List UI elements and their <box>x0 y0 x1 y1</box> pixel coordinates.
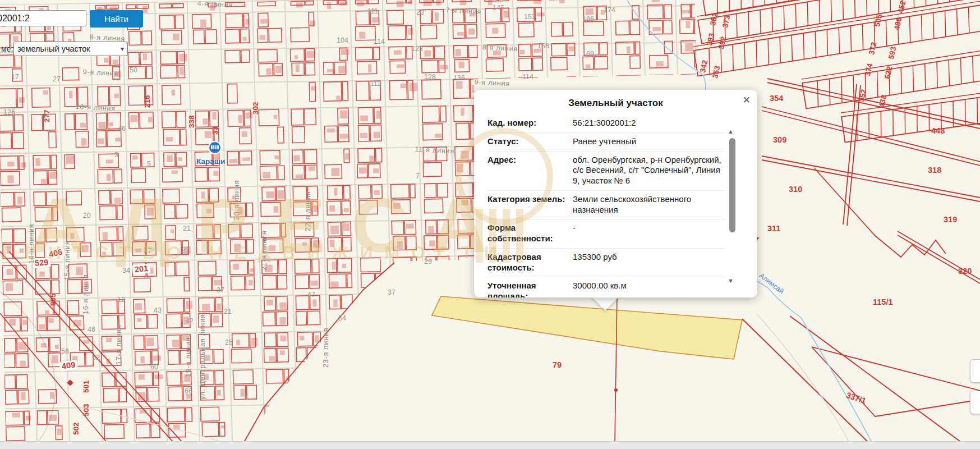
popup-row-value: 56:21:3002001:2 <box>573 118 726 129</box>
popup-row: Кадастровая стоимость:135300 руб <box>487 249 726 278</box>
popup-row: Кад. номер:56:21:3002001:2 <box>487 114 726 133</box>
page-scrollbar <box>0 441 980 449</box>
popup-row-value: обл. Оренбургская, р-н Оренбургский, с/с… <box>573 155 726 186</box>
parcel-info-popup: Земельный участок ✕ Кад. номер:56:21:300… <box>474 90 757 297</box>
popup-row: Категория земель:Земли сельскохозяйствен… <box>487 191 726 220</box>
search-input[interactable] <box>0 10 86 26</box>
chevron-down-icon: ▾ <box>121 45 124 53</box>
scroll-down-icon[interactable]: ▼ <box>728 277 734 284</box>
popup-row-label: Кад. номер: <box>487 118 570 129</box>
popup-row-label: Адрес: <box>487 155 570 186</box>
popup-row-label: Уточненная площадь: <box>487 281 570 297</box>
layer-select[interactable]: земельный участок ▾ <box>13 42 128 56</box>
popup-row: Форма собственности:- <box>487 219 726 249</box>
popup-row-value: - <box>573 223 726 244</box>
popup-row-value: Земли сельскохозяйственного назначения <box>573 194 726 216</box>
close-icon[interactable]: ✕ <box>743 95 751 105</box>
popup-row: Уточненная площадь:30000.00 кв.м <box>487 277 726 297</box>
popup-row: Статус:Ранее учтенный <box>487 133 726 152</box>
popup-title: Земельный участок <box>474 98 757 109</box>
popup-row-value: Ранее учтенный <box>573 136 726 147</box>
cadastral-map-page: 1112314615318617410411412315816912813611… <box>0 0 980 449</box>
scroll-up-icon[interactable]: ▲ <box>728 128 734 135</box>
popup-row-label: Статус: <box>487 136 570 147</box>
map-control-button[interactable] <box>970 391 980 414</box>
popup-row-value: 135300 руб <box>573 252 726 273</box>
popup-rows: Кад. номер:56:21:3002001:2Статус:Ранее у… <box>487 114 726 297</box>
find-button[interactable]: Найти <box>90 10 143 28</box>
layer-select-value: земельный участок <box>17 44 90 53</box>
scrollbar-thumb[interactable] <box>729 138 735 232</box>
popup-row: Адрес:обл. Оренбургская, р-н Оренбургски… <box>487 152 726 191</box>
popup-row-value: 30000.00 кв.м <box>573 281 726 297</box>
popup-row-label: Категория земель: <box>487 194 570 216</box>
popup-row-label: Кадастровая стоимость: <box>487 252 570 273</box>
layer-label: ме: <box>1 44 13 53</box>
popup-row-label: Форма собственности: <box>487 223 570 244</box>
map-control-button[interactable] <box>970 359 980 383</box>
